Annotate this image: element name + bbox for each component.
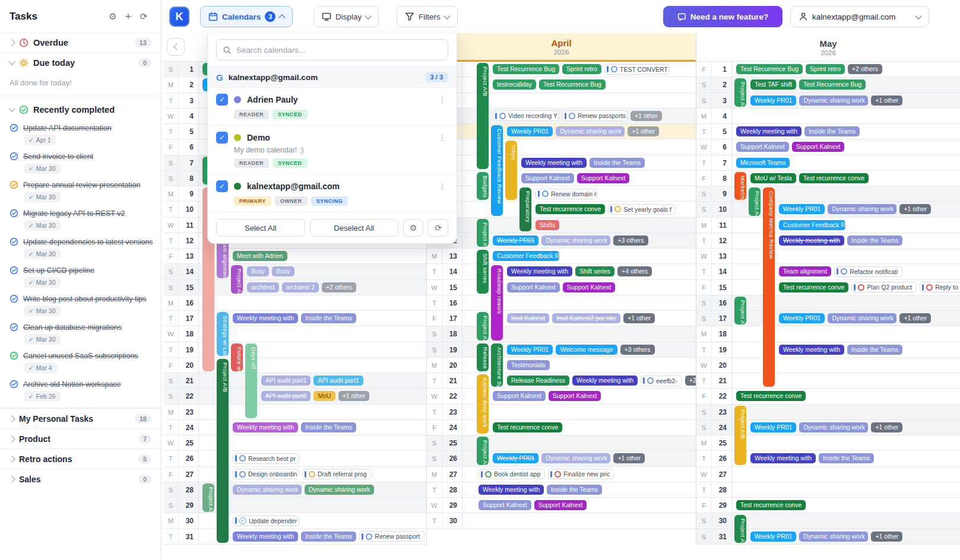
event-chip[interactable]: Shift series: [575, 266, 614, 276]
day-row[interactable]: S11Shifts: [427, 218, 696, 233]
task-item[interactable]: Cancel unused SaaS subscriptions✓Mar 4: [0, 347, 161, 376]
day-row[interactable]: T30: [427, 513, 696, 529]
event-chip[interactable]: Customer Feedback R: [493, 251, 559, 261]
day-row[interactable]: T14Team alignmentRefactor notificati: [696, 264, 960, 279]
event-chip[interactable]: +2 others: [848, 64, 882, 74]
day-row[interactable]: S10Weekly PR01Dynamic sharing work+1 oth…: [696, 202, 960, 217]
event-chip[interactable]: Test Recurrence Bug: [493, 64, 559, 74]
event-chip[interactable]: Support Kalnext: [493, 391, 546, 401]
day-row[interactable]: M30✓Update depender: [163, 513, 426, 529]
day-row[interactable]: T23: [427, 405, 696, 420]
task-item[interactable]: Update dependencies to latest versions✓M…: [0, 233, 161, 262]
day-row[interactable]: W8Support KalnextSupport Kalnext: [427, 171, 696, 186]
task-chip[interactable]: Video recording Y: [493, 110, 559, 121]
event-chip[interactable]: +1 other: [871, 96, 902, 106]
event-chip[interactable]: Test recurrence conve: [799, 173, 869, 183]
event-chip[interactable]: Weekly meeting with: [779, 345, 844, 355]
event-chip[interactable]: Release Readiness: [507, 376, 569, 386]
event-chip[interactable]: Dynamic sharing work: [233, 485, 302, 495]
task-chip[interactable]: Renew passports: [562, 110, 628, 121]
multi-day-event-bar[interactable]: Preparatory: [519, 187, 531, 231]
event-chip[interactable]: Dynamic sharing work: [828, 204, 896, 214]
multi-day-event-bar[interactable]: Project A/B: [477, 63, 489, 169]
event-chip[interactable]: Testimonials: [507, 360, 550, 370]
event-chip[interactable]: Weekly meeting with: [233, 532, 298, 542]
event-chip[interactable]: Weekly PR01: [507, 126, 553, 136]
event-chip[interactable]: Support Kalnext: [577, 173, 630, 183]
day-row[interactable]: S22API audit part2MoU+1 other: [163, 389, 426, 404]
event-chip[interactable]: Shifts: [536, 220, 559, 230]
multi-day-event-bar[interactable]: Kalnext deep work: [477, 374, 489, 434]
calendar-search-input[interactable]: [236, 46, 442, 55]
event-chip[interactable]: Test Recurrence Bug: [539, 79, 606, 90]
event-chip[interactable]: Busy: [272, 266, 294, 276]
calendar-refresh-button[interactable]: ⟳: [428, 219, 448, 237]
event-chip[interactable]: Test Recurrence Bug: [736, 64, 803, 74]
multi-day-event-bar[interactable]: Strategy w/ Laurent: [217, 312, 229, 356]
event-chip[interactable]: Test recurrence conve: [493, 422, 562, 432]
select-all-button[interactable]: Select All: [216, 219, 305, 237]
day-row[interactable]: T28: [696, 482, 960, 498]
calendar-checkbox[interactable]: ✓: [216, 94, 228, 106]
event-chip[interactable]: Weekly meeting with: [233, 422, 298, 432]
event-chip[interactable]: Support Kalnext: [792, 142, 845, 152]
event-chip[interactable]: Inside the Teams: [547, 485, 602, 495]
event-chip[interactable]: Support Kalnext: [736, 142, 789, 152]
day-row[interactable]: T26Research best pr: [163, 451, 426, 466]
day-row[interactable]: F10Test recurrence conveSet yearly goals…: [427, 202, 696, 217]
event-chip[interactable]: Dynamic sharing work: [556, 126, 625, 136]
add-task-button[interactable]: +: [121, 9, 136, 24]
event-chip[interactable]: +1 other: [628, 126, 659, 136]
event-chip[interactable]: Inside the Teams: [590, 158, 645, 168]
event-chip[interactable]: Inside the Teams: [819, 453, 874, 463]
event-chip[interactable]: +2 others: [322, 282, 356, 292]
task-chip[interactable]: Draft referral prog: [302, 469, 372, 479]
day-row[interactable]: M27Book dentist appFinalize new pric: [427, 467, 696, 482]
event-chip[interactable]: Microsoft Teams: [736, 158, 790, 168]
task-chip[interactable]: Book dentist app: [479, 469, 545, 479]
account-menu-button[interactable]: kalnextapp@gmail.com: [790, 6, 929, 27]
task-chip[interactable]: eeefb2-: [641, 376, 682, 386]
event-chip[interactable]: Team alignment: [779, 266, 831, 276]
event-chip[interactable]: Sprint retro: [806, 64, 845, 74]
multi-day-event-bar[interactable]: Project A/B: [202, 483, 214, 512]
event-chip[interactable]: Weekly meeting with: [479, 485, 544, 495]
day-row[interactable]: S19Weekly PR01Welcome message+3 others: [427, 342, 696, 358]
task-chip[interactable]: Refactor notificati: [834, 266, 902, 277]
event-chip[interactable]: +1 other: [623, 313, 655, 323]
multi-day-event-bar[interactable]: Project A/B: [749, 187, 761, 216]
day-row[interactable]: W13: [696, 249, 960, 264]
sidebar-list-retro-actions[interactable]: Retro actions5: [0, 448, 161, 469]
day-row[interactable]: W29Support KalnextSupport Kalnext: [427, 498, 696, 513]
task-item[interactable]: Write blog post about productivity tips✓…: [0, 290, 161, 319]
event-chip[interactable]: +1 other: [899, 313, 931, 323]
multi-day-event-bar[interactable]: Tokyo: [505, 141, 517, 200]
event-chip[interactable]: Weekly PR01: [507, 345, 553, 355]
event-chip[interactable]: +3 others: [613, 236, 648, 246]
display-button[interactable]: Display: [313, 6, 379, 27]
filters-button[interactable]: Filters: [397, 6, 458, 27]
event-chip[interactable]: Weekly PR01: [750, 422, 796, 432]
event-chip[interactable]: Inside the Teams: [301, 313, 356, 323]
event-chip[interactable]: Weekly PR01: [750, 96, 796, 106]
task-chip[interactable]: Research best pr: [233, 453, 299, 464]
event-chip[interactable]: MoU: [313, 391, 335, 401]
event-chip[interactable]: Weekly PR01: [750, 532, 796, 542]
task-chip[interactable]: ✓Update depender: [233, 516, 299, 526]
day-row[interactable]: T19Weekly meeting withInside the Teams: [696, 342, 960, 358]
task-chip[interactable]: Reply to Sarah ab: [920, 282, 960, 292]
day-row[interactable]: T9Renew domain n: [427, 186, 696, 202]
task-chip[interactable]: Set yearly goals f: [608, 204, 676, 215]
event-chip[interactable]: Weekly PR01: [779, 204, 825, 214]
event-chip[interactable]: Dynamic sharing work: [799, 96, 868, 106]
event-chip[interactable]: Dynamic sharing work: [828, 313, 896, 323]
kebab-menu-icon[interactable]: ⋮: [436, 133, 448, 142]
multi-day-event-bar[interactable]: Release Readiness: [477, 343, 489, 372]
event-chip[interactable]: Customer Feedback R: [779, 220, 845, 230]
multi-day-event-bar[interactable]: Project A/B: [477, 219, 489, 247]
task-item[interactable]: Clean up database migrations✓Mar 30: [0, 319, 161, 347]
day-row[interactable]: F29Test recurrence conve: [696, 498, 960, 513]
task-chip[interactable]: Design onboardin: [233, 469, 299, 479]
event-chip[interactable]: Test recurrence conve: [736, 391, 806, 401]
event-chip[interactable]: Dynamic sharing work: [305, 485, 374, 495]
